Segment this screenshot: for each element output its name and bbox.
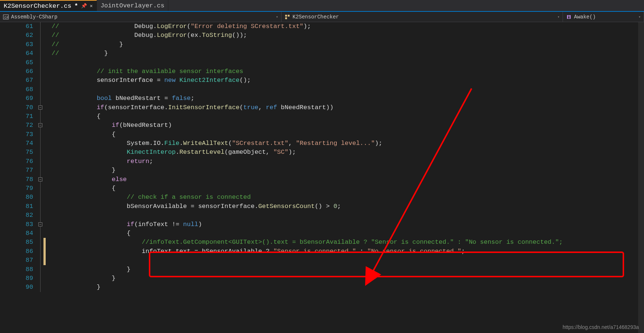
line-number: 88 [0,265,33,274]
vertical-scrollbar[interactable] [638,22,644,333]
fold-margin-row [37,247,52,256]
code-line[interactable]: { [52,130,644,139]
line-number: 63 [0,40,33,49]
breadcrumb-class[interactable]: K2SensorChecker ▾ [281,12,563,22]
code-line[interactable] [52,256,644,265]
fold-margin-row [37,85,52,94]
code-line[interactable]: // Debug.LogError(ex.ToString()); [52,31,644,40]
change-indicator [43,238,46,247]
breadcrumb-label: Assembly-CSharp [11,14,57,20]
code-line[interactable]: { [52,112,644,121]
code-line[interactable]: if(bNeedRestart) [52,121,644,130]
fold-margin-row [37,31,52,40]
line-number: 72 [0,121,33,130]
line-number: 80 [0,193,33,202]
csharp-project-icon: C# [3,14,9,20]
fold-margin-row [37,94,52,103]
code-line[interactable]: //infoText.GetComponent<GUIText>().text … [52,238,644,247]
outline-margin [37,22,52,333]
tab-active[interactable]: K2SensorChecker.cs* 📌 ✕ [0,0,97,11]
change-indicator [43,247,46,256]
line-number: 67 [0,76,33,85]
line-number: 76 [0,157,33,166]
fold-margin-row [37,193,52,202]
change-indicator [43,256,46,265]
code-line[interactable]: } [52,274,644,283]
fold-margin-row [37,166,52,175]
code-line[interactable]: // Debug.LogError("Error deleting SCrest… [52,22,644,31]
line-number: 69 [0,94,33,103]
code-line[interactable]: } [52,166,644,175]
pin-icon[interactable]: 📌 [81,3,87,9]
dirty-indicator: * [74,3,78,10]
code-line[interactable]: bool bNeedRestart = false; [52,94,644,103]
fold-margin-row [37,256,52,265]
code-line[interactable]: // } [52,40,644,49]
code-editor[interactable]: 6162636465666768697071727374757677787980… [0,22,644,333]
fold-toggle-icon[interactable] [38,177,42,181]
code-line[interactable]: sensorInterface = new Kinect2Interface()… [52,76,644,85]
code-line[interactable] [52,211,644,220]
chevron-down-icon: ▾ [638,15,641,19]
line-number: 74 [0,139,33,148]
code-line[interactable]: return; [52,157,644,166]
svg-text:C#: C# [4,16,8,20]
line-number: 79 [0,184,33,193]
line-number: 82 [0,211,33,220]
fold-margin-row [37,265,52,274]
code-line[interactable]: // init the available sensor interfaces [52,67,644,76]
code-line[interactable]: // } [52,49,644,58]
svg-rect-3 [288,15,290,17]
fold-margin-row [37,220,52,229]
fold-margin-row [37,229,52,238]
fold-margin-row [37,76,52,85]
fold-margin-row [37,130,52,139]
breadcrumb-bar: C# Assembly-CSharp ▾ K2SensorChecker ▾ A… [0,12,644,22]
line-number: 78 [0,175,33,184]
code-line[interactable] [52,85,644,94]
watermark: https://blog.csdn.net/a71468293a [563,324,639,330]
chevron-down-icon: ▾ [557,15,560,19]
code-line[interactable]: { [52,229,644,238]
code-line[interactable] [52,58,644,67]
fold-margin-row [37,139,52,148]
line-number: 83 [0,220,33,229]
code-area[interactable]: // Debug.LogError("Error deleting SCrest… [52,22,644,333]
breadcrumb-label: Awake() [574,14,596,20]
line-number: 65 [0,58,33,67]
line-number: 89 [0,274,33,283]
method-private-icon [566,14,572,20]
svg-rect-6 [568,17,570,18]
code-line[interactable]: KinectInterop.RestartLevel(gameObject, "… [52,148,644,157]
code-line[interactable]: { [52,184,644,193]
line-number: 90 [0,283,33,292]
fold-toggle-icon[interactable] [38,123,42,127]
line-number-gutter: 6162636465666768697071727374757677787980… [0,22,37,333]
code-line[interactable]: infoText.text = bSensorAvailable ? "Sens… [52,247,644,256]
code-line[interactable]: if(sensorInterface.InitSensorInterface(t… [52,103,644,112]
code-line[interactable]: else [52,175,644,184]
tab-inactive[interactable]: JointOverlayer.cs [97,0,168,11]
class-icon [284,14,290,20]
code-line[interactable]: // check if a sensor is connected [52,193,644,202]
code-line[interactable]: if(infoText != null) [52,220,644,229]
fold-toggle-icon[interactable] [38,222,42,226]
code-line[interactable]: System.IO.File.WriteAllText("SCrestart.t… [52,139,644,148]
line-number: 81 [0,202,33,211]
fold-toggle-icon[interactable] [38,105,42,110]
line-number: 77 [0,166,33,175]
line-number: 64 [0,49,33,58]
tab-label: K2SensorChecker.cs [4,3,71,10]
code-line[interactable]: } [52,265,644,274]
breadcrumb-method[interactable]: Awake() ▾ [563,12,644,22]
line-number: 85 [0,238,33,247]
breadcrumb-project[interactable]: C# Assembly-CSharp ▾ [0,12,281,22]
close-icon[interactable]: ✕ [90,3,93,9]
code-line[interactable]: } [52,283,644,292]
line-number: 86 [0,247,33,256]
fold-margin-row [37,49,52,58]
fold-margin-row [37,40,52,49]
code-line[interactable]: bSensorAvailable = sensorInterface.GetSe… [52,202,644,211]
tab-bar: K2SensorChecker.cs* 📌 ✕ JointOverlayer.c… [0,0,644,12]
chevron-down-icon: ▾ [276,15,278,19]
